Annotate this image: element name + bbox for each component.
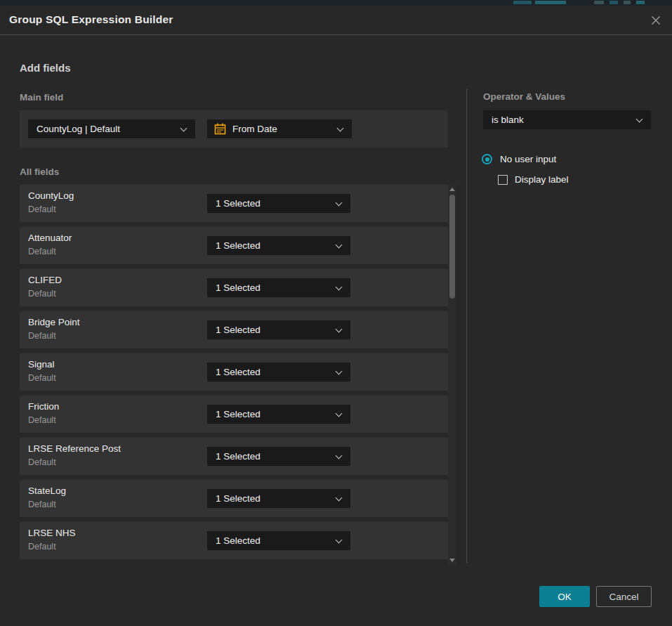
fields-scrollbar[interactable] bbox=[448, 185, 456, 565]
field-subtitle: Default bbox=[28, 204, 56, 214]
field-row: LRSE NHS Default 1 Selected bbox=[20, 522, 448, 559]
main-field-source-dropdown[interactable]: CountyLog | Default bbox=[28, 119, 195, 138]
field-name: Friction bbox=[28, 401, 59, 412]
add-fields-heading: Add fields bbox=[20, 62, 71, 74]
display-label-text: Display label bbox=[515, 174, 569, 185]
field-row: CLIFED Default 1 Selected bbox=[20, 269, 448, 306]
checkbox-unchecked-icon bbox=[498, 175, 508, 185]
chevron-down-icon bbox=[336, 284, 343, 291]
all-fields-list: CountyLog Default 1 Selected Attenuator … bbox=[20, 185, 448, 564]
field-row: Friction Default 1 Selected bbox=[20, 396, 448, 433]
chevron-down-icon bbox=[336, 242, 343, 249]
field-selection-value: 1 Selected bbox=[216, 409, 261, 419]
field-selection-dropdown[interactable]: 1 Selected bbox=[207, 278, 350, 297]
background-page-fragment bbox=[624, 1, 631, 4]
field-subtitle: Default bbox=[28, 415, 56, 425]
close-button[interactable] bbox=[649, 13, 663, 27]
field-subtitle: Default bbox=[28, 500, 56, 509]
field-name: Bridge Point bbox=[28, 317, 80, 327]
field-name: Signal bbox=[28, 359, 55, 370]
field-selection-dropdown[interactable]: 1 Selected bbox=[207, 447, 350, 466]
background-page-strip bbox=[0, 0, 672, 6]
field-subtitle: Default bbox=[28, 331, 56, 341]
field-subtitle: Default bbox=[28, 542, 56, 552]
chevron-down-icon bbox=[336, 326, 343, 333]
field-subtitle: Default bbox=[28, 373, 56, 383]
field-selection-dropdown[interactable]: 1 Selected bbox=[207, 531, 350, 550]
main-field-date-dropdown[interactable]: From Date bbox=[207, 119, 352, 138]
field-selection-dropdown[interactable]: 1 Selected bbox=[207, 320, 350, 339]
field-selection-value: 1 Selected bbox=[216, 367, 261, 377]
operator-value: is blank bbox=[492, 115, 524, 125]
field-row: Signal Default 1 Selected bbox=[20, 353, 448, 391]
field-name: CLIFED bbox=[28, 275, 62, 285]
field-name: StateLog bbox=[28, 485, 66, 496]
field-row: LRSE Reference Post Default 1 Selected bbox=[20, 438, 448, 475]
main-field-panel: CountyLog | Default From Date bbox=[20, 110, 448, 148]
chevron-down-icon bbox=[337, 125, 344, 132]
cancel-button[interactable]: Cancel bbox=[596, 586, 652, 607]
display-label-checkbox[interactable]: Display label bbox=[498, 174, 569, 185]
chevron-down-icon bbox=[336, 452, 343, 459]
background-page-fragment bbox=[610, 1, 618, 4]
field-selection-dropdown[interactable]: 1 Selected bbox=[207, 236, 350, 255]
no-user-input-label: No user input bbox=[500, 154, 556, 164]
field-name: Attenuator bbox=[28, 233, 72, 243]
field-row: Bridge Point Default 1 Selected bbox=[20, 311, 448, 348]
radio-dot bbox=[485, 157, 489, 162]
all-fields-label: All fields bbox=[20, 167, 59, 177]
field-selection-value: 1 Selected bbox=[216, 451, 261, 462]
field-selection-value: 1 Selected bbox=[216, 535, 261, 546]
background-page-fragment bbox=[513, 1, 532, 4]
operator-values-label: Operator & Values bbox=[483, 91, 565, 102]
field-row: Attenuator Default 1 Selected bbox=[20, 227, 448, 264]
vertical-divider bbox=[466, 89, 467, 563]
background-page-fragment bbox=[535, 1, 566, 4]
field-name: LRSE NHS bbox=[28, 528, 76, 538]
calendar-icon bbox=[214, 123, 226, 135]
dialog-titlebar: Group SQL Expression Builder bbox=[0, 6, 672, 35]
field-selection-dropdown[interactable]: 1 Selected bbox=[207, 405, 350, 424]
chevron-down-icon bbox=[636, 116, 643, 123]
field-selection-value: 1 Selected bbox=[216, 282, 261, 293]
field-selection-value: 1 Selected bbox=[216, 325, 261, 335]
main-field-date-value: From Date bbox=[232, 124, 277, 134]
dialog-title: Group SQL Expression Builder bbox=[9, 13, 173, 26]
main-field-source-value: CountyLog | Default bbox=[37, 124, 120, 134]
field-selection-value: 1 Selected bbox=[216, 198, 261, 209]
close-icon bbox=[650, 15, 661, 26]
chevron-down-icon bbox=[336, 410, 343, 417]
chevron-down-icon bbox=[336, 200, 343, 207]
operator-dropdown[interactable]: is blank bbox=[483, 110, 651, 129]
group-sql-expression-builder-dialog: Group SQL Expression Builder Add fields … bbox=[0, 6, 672, 626]
field-subtitle: Default bbox=[28, 457, 56, 467]
screen: Group SQL Expression Builder Add fields … bbox=[0, 0, 672, 626]
field-name: CountyLog bbox=[28, 190, 74, 201]
field-selection-dropdown[interactable]: 1 Selected bbox=[207, 194, 350, 213]
chevron-down-icon bbox=[336, 537, 343, 544]
radio-selected-icon bbox=[482, 154, 492, 164]
field-selection-dropdown[interactable]: 1 Selected bbox=[207, 363, 350, 382]
field-selection-value: 1 Selected bbox=[216, 240, 261, 251]
scrollbar-down-arrow-icon[interactable] bbox=[449, 559, 455, 562]
field-selection-dropdown[interactable]: 1 Selected bbox=[207, 489, 350, 508]
main-field-label: Main field bbox=[20, 92, 63, 103]
field-row: StateLog Default 1 Selected bbox=[20, 480, 448, 517]
field-selection-value: 1 Selected bbox=[216, 493, 261, 504]
ok-button[interactable]: OK bbox=[539, 586, 590, 607]
chevron-down-icon bbox=[336, 368, 343, 375]
field-row: CountyLog Default 1 Selected bbox=[20, 185, 448, 222]
field-subtitle: Default bbox=[28, 247, 56, 256]
scrollbar-up-arrow-icon[interactable] bbox=[449, 188, 455, 191]
chevron-down-icon bbox=[336, 495, 343, 502]
chevron-down-icon bbox=[180, 125, 187, 132]
no-user-input-radio[interactable]: No user input bbox=[482, 154, 556, 164]
background-page-fragment bbox=[594, 1, 604, 4]
field-subtitle: Default bbox=[28, 289, 56, 299]
scrollbar-thumb[interactable] bbox=[449, 195, 455, 299]
field-name: LRSE Reference Post bbox=[28, 443, 121, 454]
background-page-fragment bbox=[636, 1, 645, 4]
